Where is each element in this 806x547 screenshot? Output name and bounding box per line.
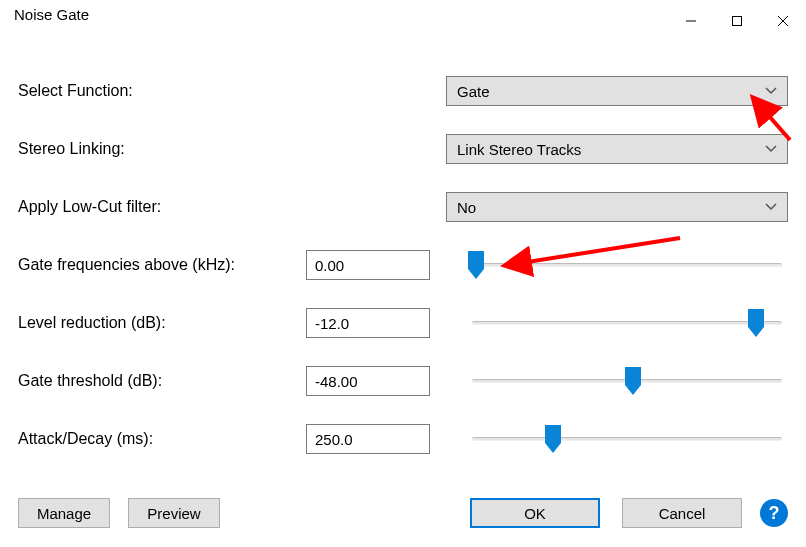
slider-track — [472, 263, 782, 267]
attack-decay-slider[interactable] — [466, 424, 788, 454]
button-bar: Manage Preview OK Cancel ? — [18, 495, 788, 531]
label-stereo-linking: Stereo Linking: — [18, 140, 306, 158]
row-gate-threshold: Gate threshold (dB): -48.00 — [18, 366, 788, 396]
chevron-down-icon — [765, 203, 777, 211]
label-attack-decay: Attack/Decay (ms): — [18, 430, 306, 448]
gate-freq-slider[interactable] — [466, 250, 788, 280]
label-gate-freq: Gate frequencies above (kHz): — [18, 256, 306, 274]
label-low-cut: Apply Low-Cut filter: — [18, 198, 306, 216]
preview-button[interactable]: Preview — [128, 498, 220, 528]
slider-track — [472, 321, 782, 325]
ok-button[interactable]: OK — [470, 498, 600, 528]
attack-decay-input[interactable]: 250.0 — [306, 424, 430, 454]
row-select-function: Select Function: Gate — [18, 76, 788, 106]
cancel-button[interactable]: Cancel — [622, 498, 742, 528]
slider-track — [472, 437, 782, 441]
window-controls — [668, 6, 806, 36]
help-button[interactable]: ? — [760, 499, 788, 527]
chevron-down-icon — [765, 145, 777, 153]
chevron-down-icon — [765, 87, 777, 95]
row-attack-decay: Attack/Decay (ms): 250.0 — [18, 424, 788, 454]
minimize-button[interactable] — [668, 6, 714, 36]
gate-freq-input[interactable]: 0.00 — [306, 250, 430, 280]
stereo-linking-dropdown[interactable]: Link Stereo Tracks — [446, 134, 788, 164]
slider-track — [472, 379, 782, 383]
row-stereo-linking: Stereo Linking: Link Stereo Tracks — [18, 134, 788, 164]
titlebar: Noise Gate — [0, 0, 806, 40]
dropdown-value: Gate — [457, 83, 490, 100]
manage-button[interactable]: Manage — [18, 498, 110, 528]
maximize-button[interactable] — [714, 6, 760, 36]
row-level-reduction: Level reduction (dB): -12.0 — [18, 308, 788, 338]
low-cut-dropdown[interactable]: No — [446, 192, 788, 222]
label-gate-threshold: Gate threshold (dB): — [18, 372, 306, 390]
svg-rect-1 — [733, 17, 742, 26]
level-reduction-slider[interactable] — [466, 308, 788, 338]
select-function-dropdown[interactable]: Gate — [446, 76, 788, 106]
window-title: Noise Gate — [14, 6, 89, 23]
label-level-reduction: Level reduction (dB): — [18, 314, 306, 332]
close-button[interactable] — [760, 6, 806, 36]
dropdown-value: No — [457, 199, 476, 216]
row-gate-freq: Gate frequencies above (kHz): 0.00 — [18, 250, 788, 280]
dialog-content: Select Function: Gate Stereo Linking: Li… — [0, 40, 806, 547]
label-select-function: Select Function: — [18, 82, 306, 100]
level-reduction-input[interactable]: -12.0 — [306, 308, 430, 338]
gate-threshold-input[interactable]: -48.00 — [306, 366, 430, 396]
gate-threshold-slider[interactable] — [466, 366, 788, 396]
dropdown-value: Link Stereo Tracks — [457, 141, 581, 158]
row-low-cut: Apply Low-Cut filter: No — [18, 192, 788, 222]
